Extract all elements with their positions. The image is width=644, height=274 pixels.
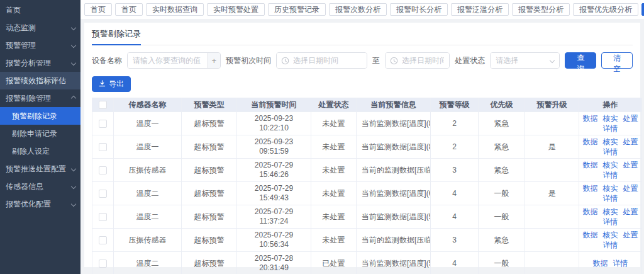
cell-upgrade [525, 159, 579, 182]
action-detail-link[interactable]: 详情 [603, 217, 618, 227]
add-condition-button[interactable]: + [208, 53, 220, 68]
action-detail-link[interactable]: 详情 [603, 194, 618, 203]
sidebar-item-label: 预警管理 [6, 40, 69, 51]
tab-alarm-flood-analysis[interactable]: 报警泛滥分析 [451, 3, 509, 16]
sidebar: 首页 动态监测 预警管理 报警分析管理 报警绩效指标评估 报警剔除管理 预警剔除… [0, 0, 80, 274]
row-checkbox[interactable] [99, 166, 107, 174]
action-detail-link[interactable]: 详情 [603, 147, 618, 157]
cell-upgrade [525, 205, 579, 229]
tab-label: 首页 [121, 4, 136, 15]
col-sensor-name: 传感器名称 [114, 98, 182, 112]
tab-label: 实时数据查询 [152, 4, 197, 15]
cell-sensor: 温度二 [114, 205, 182, 229]
sidebar-item-remover-setting[interactable]: 剔除人设定 [0, 142, 80, 160]
cell-priority: 紧急 [479, 135, 525, 159]
sidebar-item-home[interactable]: 首页 [0, 1, 80, 19]
action-data-link[interactable]: 数据 [583, 207, 598, 217]
sidebar-item-push-handle-config[interactable]: 预警推送处置配置 [0, 160, 80, 178]
action-handle-link[interactable]: 处置 [623, 231, 638, 240]
sidebar-item-removal-apply-records[interactable]: 剔除申请记录 [0, 125, 80, 142]
action-handle-link[interactable]: 处置 [623, 207, 638, 217]
action-verify-link[interactable]: 核实 [603, 161, 618, 170]
cell-sensor: 压振传感器 [114, 229, 182, 252]
tab-label: 报警优先级分析 [579, 4, 632, 15]
sidebar-item-dynamic-monitor[interactable]: 动态监测 [0, 19, 80, 37]
sidebar-item-alert-mgmt[interactable]: 预警管理 [0, 37, 80, 54]
action-detail-link[interactable]: 详情 [603, 124, 618, 134]
action-handle-link[interactable]: 处置 [623, 137, 638, 147]
cell-level: 4 [431, 182, 479, 205]
tab-realtime-alert-handle[interactable]: 实时预警处置 [207, 3, 265, 16]
action-detail-link[interactable]: 详情 [613, 259, 628, 268]
action-detail-link[interactable]: 详情 [603, 241, 618, 250]
download-icon [99, 80, 106, 89]
action-data-link[interactable]: 数据 [583, 161, 598, 170]
tab-label: 报警次数分析 [335, 4, 380, 15]
action-verify-link[interactable]: 核实 [603, 207, 618, 217]
sidebar-item-removal-records[interactable]: 预警剔除记录 [0, 107, 80, 125]
select-all-checkbox[interactable] [99, 101, 107, 109]
start-datetime-input[interactable] [277, 53, 367, 68]
tab-history-alert-records[interactable]: 历史预警记录 [268, 3, 326, 16]
tab-removal-records-active[interactable]: 预警剔除记录 × [641, 3, 644, 16]
sidebar-item-label: 动态监测 [6, 23, 69, 33]
tab-realtime-data-query[interactable]: 实时数据查询 [146, 3, 204, 16]
action-data-link[interactable]: 数据 [583, 231, 598, 240]
sidebar-item-removal-mgmt[interactable]: 报警剔除管理 [0, 89, 80, 107]
sidebar-item-label: 报警绩效指标评估 [6, 76, 75, 86]
row-checkbox[interactable] [99, 143, 107, 151]
tab-alarm-priority-analysis[interactable]: 报警优先级分析 [573, 3, 638, 16]
cell-sensor: 温度二 [114, 182, 182, 205]
cell-priority: 一般 [479, 252, 525, 274]
table-row: 压振传感器 超标预警 2025-07-29 10:56:34 未处置 当前的监测… [92, 229, 642, 252]
title-row: 预警剔除记录 [92, 23, 633, 45]
col-priority: 优先级 [479, 98, 525, 112]
main-area: 首页 首页 实时数据查询 实时预警处置 历史预警记录 报警次数分析 报警时长分析… [80, 0, 644, 274]
tab-alarm-duration-analysis[interactable]: 报警时长分析 [390, 3, 448, 16]
tab-home-2[interactable]: 首页 [115, 3, 143, 16]
action-handle-link[interactable]: 处置 [623, 161, 638, 170]
action-data-link[interactable]: 数据 [583, 114, 598, 123]
action-handle-link[interactable]: 处置 [623, 184, 638, 193]
tab-alarm-count-analysis[interactable]: 报警次数分析 [329, 3, 387, 16]
col-alert-type: 预警类型 [182, 98, 237, 112]
row-checkbox[interactable] [99, 260, 107, 268]
action-detail-link[interactable]: 详情 [603, 171, 618, 180]
action-verify-link[interactable]: 核实 [603, 231, 618, 240]
cell-info: 当前的监测数据[压临界... [357, 159, 431, 182]
action-data-link[interactable]: 数据 [583, 137, 598, 147]
action-data-link[interactable]: 数据 [583, 184, 598, 193]
row-checkbox[interactable] [99, 213, 107, 221]
col-alert-time: 当前预警时间 [237, 98, 311, 112]
search-button[interactable]: 查询 [565, 52, 596, 69]
sidebar-item-label: 剔除人设定 [12, 146, 75, 157]
row-checkbox[interactable] [99, 190, 107, 198]
cell-priority: 一般 [479, 205, 525, 229]
tab-alarm-type-analysis[interactable]: 报警类型分析 [512, 3, 570, 16]
action-verify-link[interactable]: 核实 [603, 184, 618, 193]
export-button[interactable]: 导出 [92, 76, 131, 92]
cell-type: 超标预警 [182, 205, 237, 229]
action-verify-link[interactable]: 核实 [603, 114, 618, 123]
handle-status-select[interactable] [490, 52, 560, 69]
first-alert-time-label: 预警初次时间 [226, 55, 271, 66]
action-handle-link[interactable]: 处置 [623, 114, 638, 123]
row-checkbox[interactable] [99, 120, 107, 128]
cell-status: 未处置 [311, 229, 357, 252]
row-checkbox[interactable] [99, 236, 107, 244]
sidebar-item-optimize-config[interactable]: 报警优化配置 [0, 195, 80, 213]
clear-button[interactable]: 清空 [601, 52, 633, 69]
tab-home-1[interactable]: 首页 [84, 3, 112, 16]
end-datetime-field [385, 52, 450, 69]
cell-priority: 紧急 [479, 159, 525, 182]
cell-time: 2025-07-29 15:49:43 [237, 182, 311, 205]
sidebar-item-sensor-info[interactable]: 传感器信息 [0, 178, 80, 195]
chevron-down-icon [71, 184, 76, 189]
cell-info: 当前监测数据[温度](81.0... [357, 135, 431, 159]
sidebar-item-alarm-analysis-mgmt[interactable]: 报警分析管理 [0, 54, 80, 72]
sidebar-item-kpi-evaluation[interactable]: 报警绩效指标评估 [0, 72, 80, 89]
action-verify-link[interactable]: 核实 [603, 137, 618, 147]
action-data-link[interactable]: 数据 [593, 259, 608, 268]
device-name-input[interactable] [128, 53, 208, 68]
cell-time: 2025-07-29 10:56:34 [237, 229, 311, 252]
